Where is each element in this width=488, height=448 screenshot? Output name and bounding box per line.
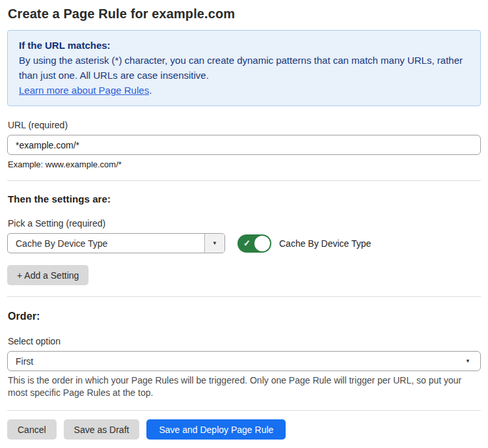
url-example-hint: Example: www.example.com/* [8,160,481,169]
divider [7,180,481,181]
info-box-link-line: Learn more about Page Rules. [19,83,469,98]
url-input[interactable] [7,135,481,155]
url-label: URL (required) [8,120,481,130]
order-section-heading: Order: [8,311,481,322]
setting-row: Cache By Device Type ▼ ✓ Cache By Device… [7,233,481,253]
order-description: This is the order in which your Page Rul… [8,374,481,399]
select-option-label: Select option [8,336,481,346]
setting-toggle[interactable]: ✓ [237,234,271,253]
save-deploy-button[interactable]: Save and Deploy Page Rule [146,419,286,440]
order-select-value: First [8,356,465,367]
link-suffix-text: . [149,85,152,96]
page-title: Create a Page Rule for example.com [8,7,481,21]
info-box-heading: If the URL matches: [19,38,469,53]
caret-down-icon: ▼ [465,359,480,364]
check-icon: ✓ [243,239,251,247]
pick-setting-label: Pick a Setting (required) [8,218,481,229]
save-draft-button[interactable]: Save as Draft [64,419,140,440]
cancel-button[interactable]: Cancel [7,419,57,440]
settings-section-heading: Then the settings are: [8,193,481,204]
setting-select-value: Cache By Device Type [8,234,204,253]
order-select[interactable]: First ▼ [7,351,481,371]
url-match-info-box: If the URL matches: By using the asteris… [7,30,481,106]
create-page-rule-form: Create a Page Rule for example.com If th… [0,0,488,440]
form-footer: Cancel Save as Draft Save and Deploy Pag… [7,419,481,440]
toggle-knob [254,236,270,251]
setting-toggle-label: Cache By Device Type [279,238,371,249]
learn-more-link[interactable]: Learn more about Page Rules [19,85,149,96]
info-box-body: By using the asterisk (*) character, you… [19,53,469,83]
setting-select[interactable]: Cache By Device Type ▼ [7,233,225,253]
divider [7,410,481,411]
setting-select-arrow-button[interactable]: ▼ [204,234,224,253]
caret-down-icon: ▼ [212,241,217,246]
divider [7,296,481,297]
add-setting-button[interactable]: + Add a Setting [7,265,88,285]
